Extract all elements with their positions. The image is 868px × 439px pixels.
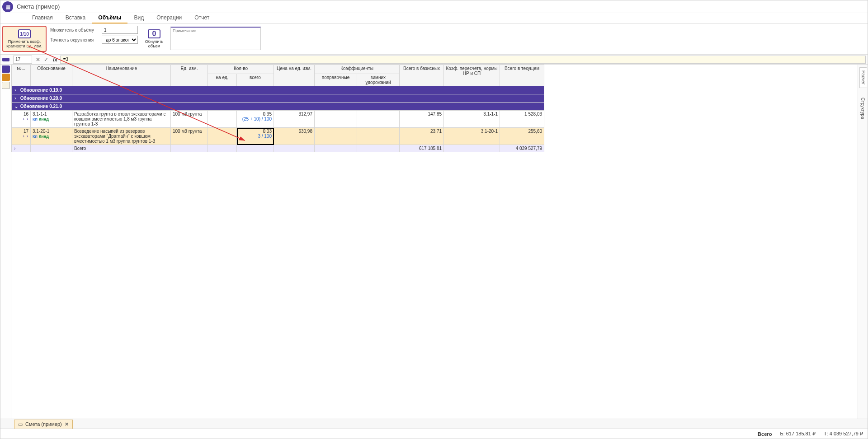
- expand-icon[interactable]: ›: [23, 134, 25, 139]
- expand-icon[interactable]: ›: [26, 134, 28, 139]
- zero-icon: 0: [148, 29, 160, 38]
- rounding-select[interactable]: до 6 знаков: [102, 36, 138, 44]
- menu-operations[interactable]: Операции: [150, 13, 188, 23]
- note-placeholder: Примечание: [173, 28, 196, 33]
- col-total-cur[interactable]: Всего в текущем: [500, 65, 544, 86]
- group-row-1[interactable]: › Обновление 0.19.0: [12, 86, 544, 94]
- chevron-right-icon: ›: [14, 88, 19, 93]
- col-coef-group[interactable]: Коэффициенты: [315, 65, 400, 74]
- group-label-1: Обновление 0.19.0: [20, 88, 62, 93]
- cell-qty-formula: (25 + 10) / 100: [242, 117, 272, 121]
- right-tab-structure[interactable]: Структура: [859, 94, 867, 122]
- apply-coef-button[interactable]: 1/10 Применить коэф. кратности Ед. Изм.: [2, 26, 47, 52]
- cell-num: 17: [24, 129, 28, 134]
- right-tab-calc[interactable]: Расчет: [859, 67, 867, 88]
- cell-total-label: Всего: [72, 145, 171, 152]
- cell-recalc: 3.1-1-1: [444, 111, 500, 128]
- cell-price: 630,98: [274, 128, 315, 145]
- col-qty-total[interactable]: всего: [237, 74, 274, 86]
- cell-total-cur: 1 528,03: [500, 111, 544, 128]
- left-tool-2[interactable]: [2, 74, 10, 81]
- sheet-icon: ▭: [18, 421, 23, 427]
- work-area: №... Обоснование Наименование Ед. изм. К…: [0, 65, 868, 419]
- note-field[interactable]: Примечание: [170, 27, 261, 50]
- cell-qty-total: 0,03: [263, 129, 272, 134]
- col-name[interactable]: Наименование: [72, 65, 171, 86]
- cell-name: Разработка грунта в отвал экскаваторами …: [72, 111, 171, 128]
- zero-label: Обнулить объём: [142, 39, 167, 48]
- total-row[interactable]: › Всего 617 185,81 4 039 527,79: [12, 145, 544, 152]
- col-price[interactable]: Цена на ед. изм.: [274, 65, 315, 86]
- ribbon-fields: Множитель к объёму Точность округления д…: [50, 26, 138, 44]
- k-ind-icon: Кинд: [39, 134, 49, 139]
- table-row[interactable]: 17› › 3.1-20-1Кп Кинд Возведение насыпей…: [12, 128, 544, 145]
- left-tool-1[interactable]: [2, 65, 10, 73]
- group-row-2[interactable]: › Обновление 0.20.0: [12, 94, 544, 103]
- cell-total-base: 617 185,81: [400, 145, 444, 152]
- group-label-2: Обновление 0.20.0: [20, 96, 62, 101]
- cell-unit: 100 м3 грунта: [171, 128, 208, 145]
- menu-main[interactable]: Главная: [26, 13, 59, 23]
- expand-icon[interactable]: ›: [23, 117, 25, 121]
- cell-reference[interactable]: 17: [13, 56, 32, 64]
- k-ind-icon: Кинд: [39, 117, 49, 121]
- view-icon-1[interactable]: [2, 58, 9, 61]
- close-icon[interactable]: ✕: [65, 421, 69, 427]
- window-title: Смета (пример): [17, 3, 60, 10]
- estimate-grid: №... Обоснование Наименование Ед. изм. К…: [11, 65, 544, 152]
- group-label-3: Обновление 0.21.0: [20, 104, 62, 109]
- zero-volume-button[interactable]: 0 Обнулить объём: [142, 26, 167, 52]
- formula-input[interactable]: [60, 56, 866, 64]
- cell-qty-formula: 3 / 100: [258, 134, 272, 139]
- cell-total-base: 147,85: [400, 111, 444, 128]
- accept-icon[interactable]: ✓: [42, 56, 50, 63]
- group-row-3[interactable]: ⌄ Обновление 0.21.0: [12, 103, 544, 111]
- multiplier-input[interactable]: [102, 26, 138, 34]
- status-total-label: Всего: [758, 431, 772, 437]
- cell-basis: 3.1-20-1: [33, 129, 49, 134]
- fx-icon[interactable]: fx: [50, 57, 60, 62]
- col-total-base[interactable]: Всего в базисных: [400, 65, 444, 86]
- document-tab[interactable]: ▭ Смета (пример) ✕: [14, 420, 73, 429]
- menu-report[interactable]: Отчет: [188, 13, 216, 23]
- multiplier-label: Множитель к объёму: [50, 28, 100, 33]
- table-row[interactable]: 16› › 3.1-1-1Кп Кинд Разработка грунта в…: [12, 111, 544, 128]
- status-current-value: Т: 4 039 527,79 ₽: [824, 431, 863, 437]
- expand-icon[interactable]: ›: [26, 117, 28, 121]
- ribbon: 1/10 Применить коэф. кратности Ед. Изм. …: [0, 24, 868, 55]
- formula-bar: 17 ✕ ✓ fx: [0, 55, 868, 65]
- chevron-right-icon: ›: [14, 96, 19, 101]
- title-bar: ▦ Смета (пример): [0, 0, 868, 13]
- cell-qty-total: 0,35: [263, 112, 272, 117]
- left-tool-3[interactable]: [2, 82, 10, 89]
- view-toggles: [0, 58, 11, 61]
- document-tab-label: Смета (пример): [25, 421, 62, 427]
- col-coef-winter[interactable]: зимних удорожаний: [357, 74, 400, 86]
- menu-volumes[interactable]: Объёмы: [92, 13, 127, 23]
- menu-view[interactable]: Вид: [127, 13, 150, 23]
- col-coef-corr[interactable]: поправочные: [315, 74, 357, 86]
- cell-basis: 3.1-1-1: [33, 112, 47, 117]
- cancel-icon[interactable]: ✕: [34, 56, 42, 63]
- left-panel-strip: [0, 65, 11, 419]
- right-panel-strip: Расчет Структура: [858, 65, 868, 419]
- col-num[interactable]: №...: [12, 65, 31, 86]
- col-qty-per[interactable]: на ед.: [208, 74, 237, 86]
- cell-price: 312,97: [274, 111, 315, 128]
- col-qty-group[interactable]: Кол-во: [208, 65, 274, 74]
- apply-coef-label: Применить коэф. кратности Ед. Изм.: [4, 39, 45, 48]
- cell-total-cur: 255,60: [500, 128, 544, 145]
- menu-bar: Главная Вставка Объёмы Вид Операции Отче…: [0, 13, 868, 24]
- k-p-icon: Кп: [33, 134, 38, 139]
- fraction-icon: 1/10: [18, 29, 31, 38]
- expand-icon[interactable]: ›: [14, 146, 16, 151]
- status-base-value: Б: 617 185,81 ₽: [780, 431, 815, 437]
- rounding-label: Точность округления: [50, 37, 100, 42]
- grid-container[interactable]: №... Обоснование Наименование Ед. изм. К…: [11, 65, 858, 419]
- col-recalc[interactable]: Коэф. пересчета, нормы НР и СП: [444, 65, 500, 86]
- cell-name: Возведение насыпей из резервов экскавато…: [72, 128, 171, 145]
- col-basis[interactable]: Обоснование: [31, 65, 72, 86]
- k-p-icon: Кп: [33, 117, 38, 121]
- menu-insert[interactable]: Вставка: [59, 13, 92, 23]
- col-unit[interactable]: Ед. изм.: [171, 65, 208, 86]
